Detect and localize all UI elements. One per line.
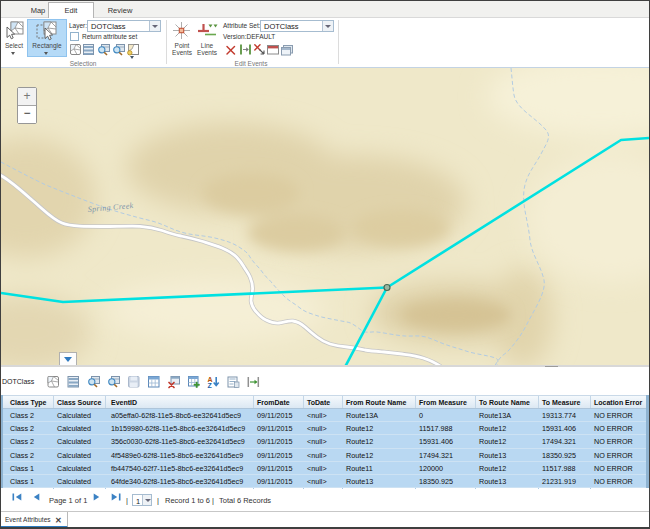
svg-text:Z: Z [208, 382, 213, 389]
